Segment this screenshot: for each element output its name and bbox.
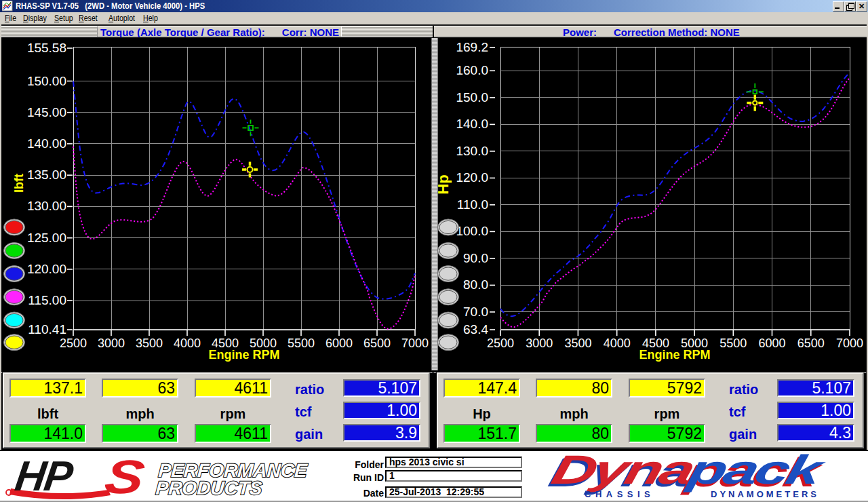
svg-text:HP: HP [12, 452, 76, 499]
svg-text:145.00: 145.00 [27, 105, 66, 119]
svg-text:150.00: 150.00 [27, 74, 66, 88]
svg-text:2500: 2500 [487, 336, 514, 350]
svg-text:140.00: 140.00 [27, 136, 66, 151]
svg-text:90.0: 90.0 [463, 251, 488, 265]
svg-text:3000: 3000 [526, 336, 553, 350]
svg-text:PRODUCTS: PRODUCTS [155, 478, 263, 499]
svg-text:Hp: Hp [438, 174, 452, 194]
svg-text:110.41: 110.41 [28, 322, 66, 336]
svg-text:pack: pack [682, 450, 830, 493]
svg-text:100.0: 100.0 [456, 224, 488, 238]
svg-text:4000: 4000 [604, 336, 631, 350]
svg-text:150.0: 150.0 [456, 90, 488, 104]
svg-text:6000: 6000 [758, 336, 785, 350]
svg-text:S: S [102, 451, 148, 501]
svg-text:3500: 3500 [564, 336, 591, 350]
svg-text:125.00: 125.00 [27, 231, 66, 245]
svg-text:lbft: lbft [12, 174, 26, 193]
svg-text:140.0: 140.0 [456, 117, 488, 131]
svg-text:160.0: 160.0 [456, 63, 488, 77]
svg-text:110.0: 110.0 [457, 197, 488, 212]
svg-text:70.0: 70.0 [463, 305, 488, 319]
svg-text:7000: 7000 [401, 336, 429, 350]
svg-text:120.0: 120.0 [456, 170, 488, 185]
svg-text:115.00: 115.00 [28, 293, 66, 307]
svg-text:80.0: 80.0 [463, 277, 488, 292]
svg-text:120.00: 120.00 [27, 262, 66, 276]
svg-text:155.58: 155.58 [27, 41, 66, 55]
svg-text:6000: 6000 [326, 336, 353, 350]
svg-text:169.2: 169.2 [456, 40, 488, 54]
svg-text:5500: 5500 [288, 336, 315, 350]
svg-text:130.0: 130.0 [456, 144, 488, 158]
svg-text:7000: 7000 [836, 336, 863, 350]
svg-text:Engine RPM: Engine RPM [208, 348, 279, 362]
svg-text:DYNAMOMETERS: DYNAMOMETERS [711, 489, 819, 499]
svg-text:4000: 4000 [174, 336, 201, 350]
svg-text:Dyna: Dyna [547, 450, 700, 493]
svg-text:6500: 6500 [363, 336, 391, 350]
svg-text:3500: 3500 [136, 336, 163, 350]
svg-text:5500: 5500 [719, 336, 747, 350]
svg-text:2500: 2500 [60, 336, 87, 350]
svg-text:3000: 3000 [98, 336, 125, 350]
svg-text:63.4: 63.4 [463, 322, 488, 336]
svg-text:CHASSIS: CHASSIS [585, 489, 654, 499]
svg-text:6500: 6500 [797, 336, 825, 350]
svg-text:135.00: 135.00 [27, 168, 66, 182]
svg-text:Engine RPM: Engine RPM [639, 348, 710, 362]
svg-text:130.00: 130.00 [27, 199, 66, 213]
